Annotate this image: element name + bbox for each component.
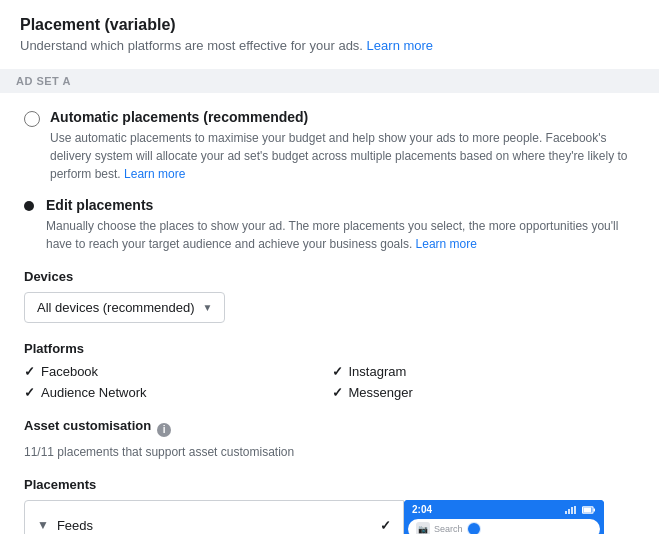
phone-camera-icon: 📷 [416,522,430,534]
facebook-label: Facebook [41,364,98,379]
automatic-placements-option: Automatic placements (recommended) Use a… [20,109,639,183]
phone-status-icons [565,506,596,514]
placements-section: Placements ▼ Feeds ✓ 2:04 [20,477,639,534]
platforms-grid: ✓ Facebook ✓ Instagram ✓ Audience Networ… [24,364,639,400]
phone-preview: 2:04 [404,500,604,534]
svg-rect-6 [583,507,591,512]
platforms-section: Platforms ✓ Facebook ✓ Instagram ✓ Audie… [20,341,639,400]
placements-row: ▼ Feeds ✓ 2:04 [24,500,639,534]
bullet-dot [24,201,34,211]
devices-label: Devices [24,269,639,284]
svg-rect-0 [565,511,567,514]
placements-feeds-check: ✓ [380,518,391,533]
section-header: Placement (variable) Understand which pl… [20,16,639,53]
edit-placements-content: Edit placements Manually choose the plac… [46,197,639,253]
page-subtitle: Understand which platforms are most effe… [20,38,639,53]
platform-audience-network: ✓ Audience Network [24,385,332,400]
audience-network-check-icon: ✓ [24,385,35,400]
phone-time: 2:04 [412,504,432,515]
platforms-label: Platforms [24,341,639,356]
svg-rect-1 [568,509,570,514]
phone-top-bar: 2:04 [404,500,604,519]
automatic-radio[interactable] [24,111,40,127]
automatic-placements-label: Automatic placements (recommended) [50,109,639,125]
instagram-label: Instagram [349,364,407,379]
subtitle-text: Understand which platforms are most effe… [20,38,363,53]
devices-dropdown[interactable]: All devices (recommended) ▼ [24,292,225,323]
instagram-check-icon: ✓ [332,364,343,379]
svg-rect-5 [593,508,595,511]
platform-instagram: ✓ Instagram [332,364,640,379]
asset-count-text: 11/11 placements that support asset cust… [24,445,639,459]
placements-feeds-label: Feeds [57,518,372,533]
automatic-learn-more-link[interactable]: Learn more [124,167,185,181]
platform-facebook: ✓ Facebook [24,364,332,379]
devices-selected-value: All devices (recommended) [37,300,195,315]
automatic-placements-desc: Use automatic placements to maximise you… [50,129,639,183]
facebook-check-icon: ✓ [24,364,35,379]
svg-rect-2 [571,507,573,514]
placements-feeds-dropdown[interactable]: ▼ Feeds ✓ [24,500,404,534]
asset-label-row: Asset customisation i [24,418,639,441]
edit-learn-more-link[interactable]: Learn more [416,237,477,251]
ad-set-label: AD SET A [0,69,659,93]
placements-label: Placements [24,477,639,492]
phone-globe-icon [467,522,481,534]
devices-section: Devices All devices (recommended) ▼ [20,269,639,323]
devices-dropdown-arrow: ▼ [203,302,213,313]
automatic-placements-content: Automatic placements (recommended) Use a… [50,109,639,183]
phone-signal-icon [565,506,579,514]
header-learn-more-link[interactable]: Learn more [367,38,433,53]
asset-customisation-label: Asset customisation [24,418,151,433]
info-icon[interactable]: i [157,423,171,437]
audience-network-label: Audience Network [41,385,147,400]
page-title: Placement (variable) [20,16,639,34]
messenger-check-icon: ✓ [332,385,343,400]
edit-placements-option: Edit placements Manually choose the plac… [20,197,639,253]
messenger-label: Messenger [349,385,413,400]
edit-placements-desc: Manually choose the places to show your … [46,217,639,253]
edit-placements-label: Edit placements [46,197,639,213]
phone-search-bar: 📷 Search [408,519,600,534]
svg-rect-3 [574,506,576,514]
asset-customisation-section: Asset customisation i 11/11 placements t… [20,418,639,459]
page-wrapper: Placement (variable) Understand which pl… [0,0,659,534]
placements-dropdown-collapse-icon: ▼ [37,518,49,532]
platform-messenger: ✓ Messenger [332,385,640,400]
phone-search-text: Search [434,524,463,534]
phone-battery-icon [582,506,596,514]
